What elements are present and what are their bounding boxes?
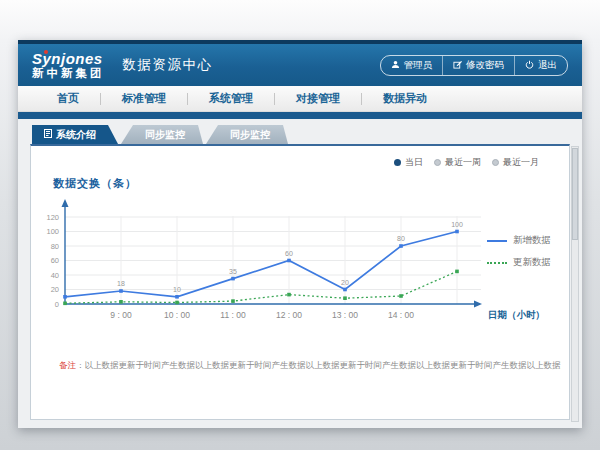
radio-dot-icon: [434, 159, 441, 166]
tab-bar: 系统介绍同步监控同步监控: [32, 125, 570, 144]
user-button-label: 管理员: [404, 59, 433, 72]
change-password-label: 修改密码: [466, 59, 504, 72]
app-title: 数据资源中心: [123, 56, 213, 74]
nav-accent-band: [18, 112, 582, 119]
content-panel: 当日最近一周最近一月 数据交换（条） 0204060801001209 : 00…: [30, 144, 570, 420]
data-point: [399, 294, 403, 298]
tab-sync-monitor-1[interactable]: 同步监控: [121, 125, 203, 144]
legend-item-0: 新增数据: [487, 234, 551, 247]
edit-icon: [453, 60, 462, 71]
scrollbar-track[interactable]: [571, 146, 579, 422]
nav-item-interface-mgmt[interactable]: 对接管理: [275, 91, 361, 106]
logout-button[interactable]: 退出: [514, 56, 567, 75]
tab-sync-monitor-2[interactable]: 同步监控: [206, 125, 288, 144]
tab-label: 系统介绍: [56, 128, 96, 142]
content-area: 系统介绍同步监控同步监控 当日最近一周最近一月 数据交换（条） 02040608…: [18, 119, 582, 428]
x-axis-arrow-icon: [474, 301, 482, 308]
data-point: [455, 270, 459, 274]
x-tick-label: 13 : 00: [332, 310, 358, 320]
main-nav: 首页标准管理系统管理对接管理数据异动: [18, 86, 582, 112]
y-tick-label: 0: [55, 300, 59, 309]
data-point: [231, 277, 235, 281]
radio-label: 最近一月: [503, 156, 539, 169]
tab-system-intro[interactable]: 系统介绍: [32, 125, 118, 144]
x-tick-label: 11 : 00: [220, 310, 246, 320]
legend-label: 更新数据: [513, 256, 551, 269]
legend-line-sample: [487, 262, 507, 264]
nav-item-home[interactable]: 首页: [36, 91, 100, 106]
x-axis-title: 日期（小时）: [488, 309, 545, 321]
time-range-filter: 当日最近一周最近一月: [394, 156, 539, 169]
line-chart: 0204060801001209 : 0010 : 0011 : 0012 : …: [43, 192, 563, 332]
radio-option-today[interactable]: 当日: [394, 156, 423, 169]
note-text: 以上数据更新于时间产生数据以上数据更新于时间产生数据以上数据更新于时间产生数据以…: [85, 360, 562, 370]
chart-legend: 新增数据更新数据: [487, 234, 551, 278]
data-point: [175, 301, 179, 305]
radio-option-last-week[interactable]: 最近一周: [434, 156, 481, 169]
radio-dot-icon: [492, 159, 499, 166]
data-point-label: 35: [229, 268, 237, 275]
radio-label: 当日: [405, 156, 423, 169]
y-tick-label: 80: [51, 242, 59, 251]
y-tick-label: 120: [46, 213, 59, 222]
y-axis-title: 数据交换（条）: [53, 176, 137, 191]
legend-item-1: 更新数据: [487, 256, 551, 269]
logo-text: Synjones: [32, 51, 105, 66]
nav-item-data-change[interactable]: 数据异动: [362, 91, 448, 106]
note-prefix: 备注: [59, 360, 76, 370]
y-tick-label: 100: [46, 227, 59, 236]
logo-subtitle: 新中新集团: [32, 68, 105, 80]
logo[interactable]: Synjones 新中新集团: [32, 51, 105, 80]
data-point-label: 18: [117, 280, 125, 287]
data-point: [343, 288, 347, 292]
power-icon: [525, 60, 534, 71]
y-tick-label: 60: [51, 256, 59, 265]
app-header: Synjones 新中新集团 数据资源中心 管理员 修改密码 退出: [18, 44, 582, 86]
change-password-button[interactable]: 修改密码: [442, 56, 514, 75]
data-point-label: 100: [451, 221, 463, 228]
logout-label: 退出: [538, 59, 557, 72]
data-point: [175, 295, 179, 299]
scrollbar-thumb[interactable]: [572, 148, 578, 240]
app-window: Synjones 新中新集团 数据资源中心 管理员 修改密码 退出 首页标准管理…: [18, 40, 582, 428]
logo-red-dot-icon: [44, 50, 48, 54]
data-point: [399, 244, 403, 248]
data-point: [455, 230, 459, 234]
legend-line-sample: [487, 240, 507, 242]
tab-label: 同步监控: [145, 128, 185, 142]
tab-label: 同步监控: [230, 128, 270, 142]
radio-label: 最近一周: [445, 156, 481, 169]
data-point: [63, 302, 67, 306]
data-point-label: 20: [341, 279, 349, 286]
y-tick-label: 20: [51, 285, 59, 294]
note-separator: ：: [76, 360, 85, 370]
person-icon: [391, 60, 400, 71]
user-button[interactable]: 管理员: [381, 56, 443, 75]
legend-label: 新增数据: [513, 234, 551, 247]
data-point: [231, 299, 235, 303]
data-point-label: 60: [285, 250, 293, 257]
data-point: [119, 300, 123, 304]
y-tick-label: 40: [51, 271, 59, 280]
nav-item-system-mgmt[interactable]: 系统管理: [188, 91, 274, 106]
series-line-1: [65, 271, 457, 303]
data-point: [119, 289, 123, 293]
radio-option-last-month[interactable]: 最近一月: [492, 156, 539, 169]
document-icon: [44, 129, 52, 140]
data-point: [343, 296, 347, 300]
nav-item-standard-mgmt[interactable]: 标准管理: [101, 91, 187, 106]
x-tick-label: 12 : 00: [276, 310, 302, 320]
data-point: [287, 259, 291, 263]
data-point-label: 80: [397, 235, 405, 242]
x-tick-label: 14 : 00: [388, 310, 414, 320]
data-point: [63, 295, 67, 299]
data-point: [287, 293, 291, 297]
header-actions: 管理员 修改密码 退出: [380, 55, 569, 76]
x-tick-label: 9 : 00: [110, 310, 132, 320]
footer-note: 备注：以上数据更新于时间产生数据以上数据更新于时间产生数据以上数据更新于时间产生…: [59, 360, 561, 372]
data-point-label: 10: [173, 286, 181, 293]
y-axis-arrow-icon: [62, 199, 69, 207]
x-tick-label: 10 : 00: [164, 310, 190, 320]
radio-dot-icon: [394, 159, 401, 166]
